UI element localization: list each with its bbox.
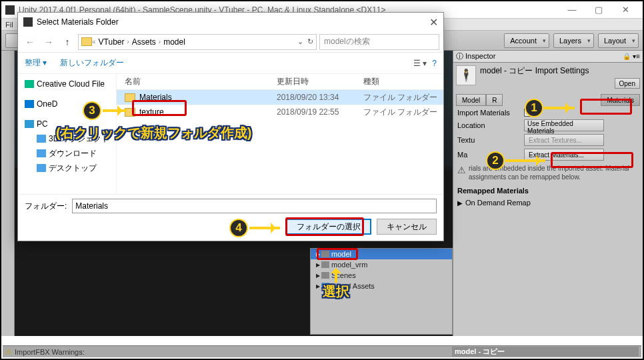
minimize-button[interactable]: — [559,2,585,18]
extract-textures-button[interactable]: Extract Textures... [524,134,604,146]
annotation-box-2 [551,152,633,168]
annotation-arrow-4 [249,227,280,229]
sidebar-desktop[interactable]: デスクトップ [21,161,113,175]
dialog-close-button[interactable]: ✕ [429,16,438,29]
annotation-arrow-2 [505,159,545,162]
annotation-text-3: (右クリックで新規フォルダ作成) [56,124,251,142]
lock-icon[interactable]: 🔒 ▾≡ [623,53,640,60]
info-icon: ⚠ [457,165,466,181]
layers-dropdown[interactable]: Layers [553,33,594,48]
sidebar-creative-cloud[interactable]: Creative Cloud File [21,77,113,91]
col-date[interactable]: 更新日時 [277,76,363,87]
crumb-assets[interactable]: Assets [129,37,159,47]
folder-label: フォルダー: [25,201,67,212]
col-type[interactable]: 種類 [363,76,430,87]
search-input[interactable]: modelの検索 [319,34,439,50]
unity-icon [5,5,15,15]
location-select[interactable]: Use Embedded Materials [524,119,604,131]
annotation-text-select: 選択 [323,283,349,301]
crumb-vtuber[interactable]: VTuber [96,37,127,47]
account-dropdown[interactable]: Account [504,33,549,48]
status-bar: ⚠ ImportFBX Warnings: model - コピー [3,345,641,357]
location-label: Location [457,121,524,129]
unity-icon [23,17,33,27]
inspector-panel: ⓘ Inspector🔒 ▾≡ 🕴 model - コピー Import Set… [453,51,643,336]
cancel-button[interactable]: キャンセル [377,219,437,235]
layout-dropdown[interactable]: Layout [598,33,639,48]
organize-menu[interactable]: 整理 ▾ [25,57,47,69]
dialog-title: Select Materials Folder [37,17,119,27]
annotation-box-3 [132,100,187,116]
warning-text: ImportFBX Warnings: [15,348,85,356]
tab-model[interactable]: Model [456,94,486,106]
nav-forward: → [41,34,57,50]
inspector-tab[interactable]: ⓘ Inspector [456,51,495,61]
menu-file[interactable]: Fil [5,21,13,29]
sidebar-downloads[interactable]: ダウンロード [21,146,113,161]
open-button[interactable]: Open [615,78,640,89]
annotation-arrow-1 [544,107,575,109]
help-icon[interactable]: ? [432,59,437,68]
warning-icon: ⚠ [5,347,12,356]
on-demand-remap[interactable]: On Demand Remap [465,199,531,207]
inspector-object-title: model - コピー Import Settings [480,65,640,77]
folder-icon [81,37,92,46]
remapped-materials-title: Remapped Materials [453,184,643,197]
nav-back[interactable]: ← [22,34,38,50]
annotation-arrow-3 [103,109,127,112]
annotation-box-select [317,248,358,260]
crumb-model[interactable]: model [161,37,188,47]
import-materials-label: Import Materials [457,109,524,117]
maximize-button[interactable]: ▢ [585,2,612,18]
close-button[interactable]: ✕ [612,2,639,18]
annotation-arrow-select [335,272,337,283]
object-icon: 🕴 [456,65,476,85]
tab-rig[interactable]: R [486,94,503,106]
view-options[interactable]: ☰ ▾ [413,59,427,68]
breadcrumb-dropdown[interactable]: ⌄ [297,37,303,46]
annotation-box-1 [580,99,632,115]
nav-up[interactable]: ↑ [59,34,75,50]
annotation-badge-1: 1 [525,99,543,117]
annotation-badge-2: 2 [486,151,505,170]
footer-path: model - コピー [452,347,639,357]
refresh-icon[interactable]: ↻ [307,37,313,46]
left-panel-strip [1,51,15,336]
annotation-badge-3: 3 [83,101,101,120]
textures-label: Textu [457,136,524,144]
new-folder-button[interactable]: 新しいフォルダー [60,57,124,69]
annotation-badge-4: 4 [229,219,248,237]
folder-name-input[interactable] [72,199,437,213]
breadcrumb[interactable]: « VTuber› Assets› model ⌄↻ [78,34,317,50]
annotation-box-4 [285,217,364,236]
col-name[interactable]: 名前 [117,76,277,87]
